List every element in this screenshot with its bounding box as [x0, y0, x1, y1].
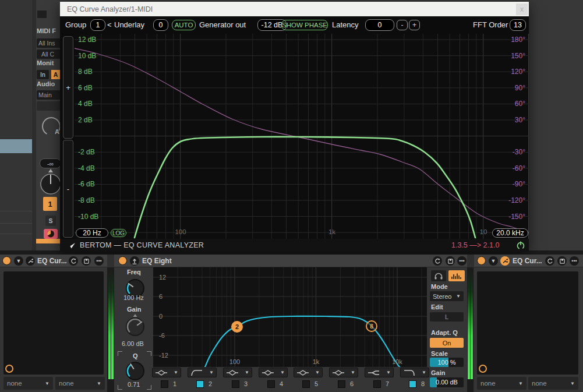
plugin-placeholder-panel[interactable] [477, 271, 578, 375]
gain-knob[interactable] [123, 313, 147, 338]
band-number-label: 7 [386, 380, 389, 387]
device-header[interactable]: ▼ EQ Cur... ••• [474, 255, 583, 267]
zoom-minus-button[interactable]: - [63, 140, 73, 238]
show-phase-button[interactable]: SHOW PHASE [281, 20, 328, 30]
zoom-plus-button[interactable]: + [63, 36, 73, 139]
lowpass-icon [403, 369, 416, 377]
output-select[interactable]: Main [37, 90, 60, 100]
volume-value[interactable]: -∞ [40, 158, 60, 168]
wrench-icon[interactable] [26, 256, 35, 266]
device-on-toggle[interactable] [118, 256, 127, 265]
version-text[interactable]: 1.3.5 —> 2.1.0 [451, 241, 499, 249]
freq-max-value[interactable]: 20.0 kHz [492, 228, 528, 238]
plugin-param-ring[interactable] [5, 365, 13, 373]
device-eq-curve-left: ▼ EQ Cur... ••• none▼ none▼ [0, 255, 107, 392]
band-2-enable-checkbox[interactable] [196, 380, 204, 388]
gain-value[interactable]: 6.00 dB [122, 340, 144, 347]
band-1-filter-type-button[interactable]: ▼ [152, 368, 181, 377]
auto-button[interactable]: AUTO [172, 20, 196, 30]
eq8-display[interactable]: 1260-6-121001k10k 2 8 [153, 267, 427, 367]
adaptq-toggle[interactable]: On [430, 338, 464, 348]
power-icon[interactable] [516, 241, 525, 250]
expand-arrow-icon[interactable] [130, 256, 139, 266]
freq-min-value[interactable]: 20 Hz [76, 228, 108, 238]
band-5-enable-checkbox[interactable] [302, 380, 310, 388]
band-7-enable-checkbox[interactable] [373, 380, 381, 388]
monitor-in-button[interactable]: In [37, 70, 49, 79]
routing-select-2[interactable]: none▼ [528, 377, 578, 390]
plugin-titlebar[interactable]: EQ Curve Analyzer/1-MIDI [60, 2, 529, 16]
scale-slider[interactable]: 100 % [430, 358, 464, 367]
solo-button[interactable]: S [45, 216, 56, 226]
bell-icon [262, 369, 274, 377]
plugin-param-ring[interactable] [479, 365, 487, 373]
output-channel-select[interactable] [37, 101, 60, 111]
arm-button[interactable] [44, 229, 58, 239]
output-gain-slider[interactable]: 0.00 dB [430, 377, 464, 387]
band-6-enable-checkbox[interactable] [338, 380, 345, 388]
monitor-auto-button[interactable]: A [51, 70, 60, 79]
fold-icon[interactable]: ▼ [14, 256, 23, 266]
adaptq-label: Adapt. Q [431, 329, 458, 336]
band-8-handle[interactable]: 8 [366, 320, 377, 332]
routing-select-1[interactable]: none▼ [477, 377, 527, 390]
freq-value[interactable]: 100 Hz [123, 294, 144, 301]
routing-select-2[interactable]: none▼ [55, 377, 105, 390]
plugin-placeholder-panel[interactable] [3, 271, 104, 375]
routing-select-1[interactable]: none▼ [3, 377, 53, 390]
input-select[interactable]: All Ins [37, 38, 60, 48]
edit-channel-button[interactable]: L [430, 312, 464, 322]
log-scale-button[interactable]: LOG [111, 229, 126, 237]
close-window-button[interactable]: x [516, 3, 528, 15]
mode-label: Mode [431, 283, 448, 290]
latency-increment-button[interactable]: + [409, 20, 420, 30]
band-3-enable-checkbox[interactable] [232, 380, 239, 388]
fft-order-value[interactable]: 13 [510, 19, 526, 31]
mode-select[interactable]: Stereo▼ [430, 291, 464, 301]
volume-knob[interactable] [38, 168, 60, 196]
band-8-filter-type-button[interactable]: ▼ [400, 368, 429, 377]
band-2-filter-type-button[interactable]: ▼ [188, 368, 217, 377]
band-3-filter-type-button[interactable]: ▼ [223, 368, 252, 377]
band-8-enable-checkbox[interactable] [409, 380, 416, 388]
band-7-filter-type-button[interactable]: ▼ [365, 368, 394, 377]
band-4-enable-checkbox[interactable] [267, 380, 275, 388]
audition-button[interactable] [431, 270, 446, 281]
underlay-value[interactable]: 0 [153, 19, 168, 31]
save-preset-icon[interactable] [557, 256, 567, 266]
wrench-icon-active[interactable] [500, 256, 510, 266]
mode-value: Stereo [433, 293, 451, 300]
latency-label: Latency [332, 16, 359, 34]
band-selector-row: ▼1▼2▼3▼4▼5▼6▼7▼8 [114, 367, 467, 392]
device-on-toggle[interactable] [2, 256, 11, 265]
band-4-filter-type-button[interactable]: ▼ [259, 368, 288, 377]
clip-slot-highlight[interactable] [0, 139, 33, 153]
scale-value: 100 % [430, 358, 464, 367]
hot-swap-icon[interactable] [433, 256, 442, 266]
more-options-icon[interactable]: ••• [570, 256, 579, 266]
analyze-toggle[interactable] [448, 270, 465, 281]
more-options-icon[interactable]: ••• [94, 256, 104, 266]
hot-swap-icon[interactable] [545, 256, 554, 266]
band-6-filter-type-button[interactable]: ▼ [329, 368, 358, 377]
device-header[interactable]: ▼ EQ Cur... ••• [0, 255, 107, 267]
band-2-handle[interactable]: 2 [231, 321, 243, 333]
more-options-icon[interactable]: ••• [457, 256, 467, 266]
band-1-enable-checkbox[interactable] [161, 380, 168, 388]
output-gain-label: Gain [431, 369, 445, 376]
latency-value[interactable]: 0 [365, 19, 394, 31]
analyzer-plot[interactable]: 12 dB10 dB8 dB6 dB4 dB2 dB-2 dB-4 dB-6 d… [75, 34, 529, 239]
band-5-filter-type-button[interactable]: ▼ [294, 368, 323, 377]
group-value[interactable]: 1 [90, 19, 105, 31]
fold-icon[interactable]: ▼ [489, 256, 498, 266]
latency-decrement-button[interactable]: - [397, 20, 408, 30]
save-preset-icon[interactable] [82, 256, 91, 266]
device-on-toggle[interactable] [477, 256, 486, 265]
hot-swap-icon[interactable] [69, 256, 78, 266]
pan-knob[interactable]: A [38, 115, 60, 138]
input-channel-select[interactable]: All C [37, 50, 60, 59]
save-preset-icon[interactable] [446, 256, 455, 266]
track-number-tile[interactable]: 1 [43, 197, 57, 211]
stop-clip-button[interactable] [37, 10, 47, 18]
device-header[interactable]: EQ Eight ••• [114, 255, 467, 267]
